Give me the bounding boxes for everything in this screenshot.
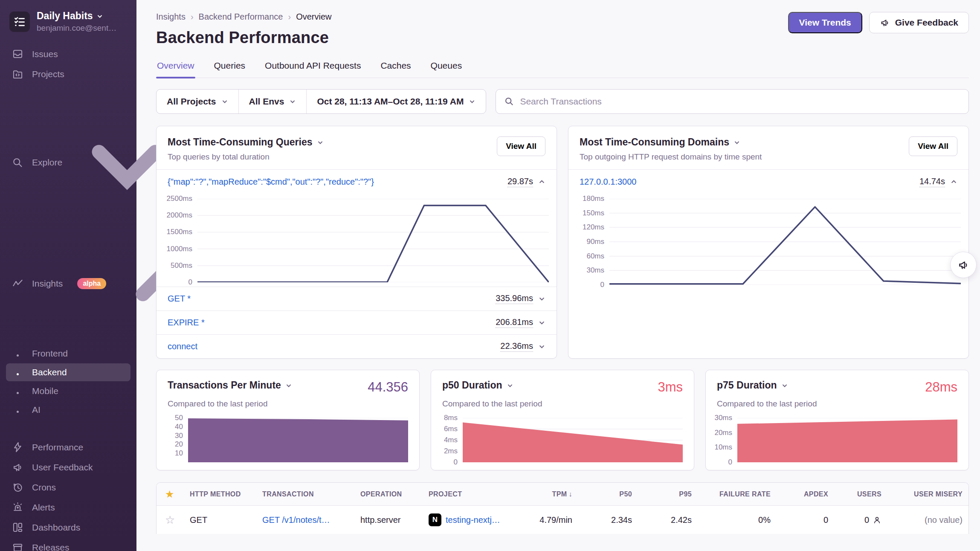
cell-project[interactable]: N testing-nextj… — [423, 513, 514, 526]
search-transactions-input[interactable] — [520, 96, 960, 107]
col-project[interactable]: PROJECT — [423, 490, 514, 498]
breadcrumb-backend-performance[interactable]: Backend Performance — [199, 12, 283, 22]
environment-filter-label: All Envs — [249, 96, 284, 107]
query-link[interactable]: GET * — [168, 294, 191, 304]
domains-view-all-button[interactable]: View All — [909, 136, 957, 156]
tab-caches[interactable]: Caches — [380, 59, 412, 78]
col-users[interactable]: USERS — [834, 490, 887, 498]
chevron-down-icon — [507, 382, 513, 389]
breadcrumb-insights[interactable]: Insights — [156, 12, 186, 22]
insights-icon — [12, 278, 23, 290]
siren-icon — [12, 502, 23, 513]
breadcrumb-current: Overview — [296, 12, 331, 22]
most-time-consuming-queries-panel: Most Time-Consuming Queries Top queries … — [156, 126, 557, 359]
query-link[interactable]: EXPIRE * — [168, 318, 205, 328]
give-feedback-label: Give Feedback — [895, 17, 958, 28]
col-tpm-sorted[interactable]: TPM↓ — [514, 490, 578, 498]
floating-feedback-button[interactable] — [950, 252, 977, 278]
star-filled-icon[interactable]: ★ — [157, 488, 184, 500]
star-outline-icon[interactable]: ☆ — [157, 513, 184, 527]
col-failure-rate[interactable]: FAILURE RATE — [698, 490, 777, 498]
clock-icon — [12, 481, 23, 493]
p75-value: 28ms — [925, 380, 957, 395]
domain-link[interactable]: 127.0.0.1:3000 — [580, 177, 636, 187]
sidebar-item-label: Mobile — [32, 386, 58, 396]
chevron-down-icon — [285, 382, 292, 389]
sidebar-item-dashboards[interactable]: Dashboards — [6, 518, 130, 537]
page-header: Insights › Backend Performance › Overvie… — [156, 12, 969, 47]
tab-queues[interactable]: Queues — [430, 59, 463, 78]
cell-users: 0 — [834, 515, 887, 525]
cell-apdex: 0 — [777, 515, 834, 525]
col-p95[interactable]: P95 — [638, 490, 698, 498]
chevron-down-icon[interactable] — [538, 295, 545, 302]
cell-transaction-link[interactable]: GET /v1/notes/t… — [256, 515, 354, 525]
sidebar-item-releases[interactable]: Releases — [6, 538, 130, 551]
domains-panel-title-row[interactable]: Most Time-Consuming Domains — [580, 136, 762, 148]
tab-overview[interactable]: Overview — [156, 59, 195, 78]
chevron-down-icon[interactable] — [538, 343, 545, 350]
sidebar-item-label: Performance — [32, 442, 83, 452]
date-range-filter[interactable]: Oct 28, 11:13 AM–Oct 28, 11:19 AM — [306, 90, 486, 113]
sidebar-item-user-feedback[interactable]: User Feedback — [6, 458, 130, 477]
p50-card-subtitle: Compared to the last period — [442, 399, 683, 409]
col-operation[interactable]: OPERATION — [354, 490, 423, 498]
p75-card-title-row[interactable]: p75 Duration — [717, 380, 788, 391]
sidebar-item-ai[interactable]: AI — [6, 401, 130, 419]
chevron-up-icon[interactable] — [538, 178, 545, 186]
sidebar-item-mobile[interactable]: Mobile — [6, 382, 130, 400]
sort-desc-icon: ↓ — [569, 490, 572, 498]
col-tpm-label: TPM — [552, 490, 567, 498]
org-switcher[interactable]: Daily Habits benjamin.coe@sent… — [0, 10, 136, 44]
main-content: Insights › Backend Performance › Overvie… — [136, 0, 980, 551]
chevron-down-icon — [221, 98, 228, 105]
p75-duration-card: p75 Duration 28ms Compared to the last p… — [705, 370, 969, 470]
sidebar-item-insights[interactable]: Insights alpha — [6, 223, 130, 344]
chevron-up-icon[interactable] — [950, 178, 957, 186]
environment-filter[interactable]: All Envs — [238, 90, 307, 113]
dashboard-grid-icon — [12, 522, 23, 533]
org-logo — [9, 12, 30, 32]
sidebar-item-performance[interactable]: Performance — [6, 438, 130, 457]
user-icon — [873, 516, 881, 525]
chevron-down-icon — [734, 139, 740, 146]
tpm-card-title-row[interactable]: Transactions Per Minute — [168, 380, 292, 391]
sidebar-item-alerts[interactable]: Alerts — [6, 498, 130, 517]
sidebar-item-issues[interactable]: Issues — [6, 44, 130, 64]
sidebar-item-frontend[interactable]: Frontend — [6, 345, 130, 362]
sidebar: Daily Habits benjamin.coe@sent… Issues P… — [0, 0, 136, 551]
col-user-misery[interactable]: USER MISERY — [887, 490, 968, 498]
p50-card-title-row[interactable]: p50 Duration — [442, 380, 513, 391]
sidebar-item-explore[interactable]: Explore — [6, 102, 130, 223]
sidebar-item-projects[interactable]: Projects — [6, 64, 130, 84]
sidebar-item-crons[interactable]: Crons — [6, 478, 130, 497]
chevron-down-icon — [96, 13, 103, 20]
domains-panel-subtitle: Top outgoing HTTP request domains by tim… — [580, 152, 762, 162]
view-trends-button[interactable]: View Trends — [788, 12, 862, 33]
chevron-down-icon[interactable] — [538, 319, 545, 326]
col-transaction[interactable]: TRANSACTION — [256, 490, 354, 498]
give-feedback-button[interactable]: Give Feedback — [869, 12, 969, 33]
queries-panel-title-row[interactable]: Most Time-Consuming Queries — [168, 136, 324, 148]
tab-outbound-api-requests[interactable]: Outbound API Requests — [264, 59, 362, 78]
queries-panel-subtitle: Top queries by total duration — [168, 152, 324, 162]
query-link[interactable]: {"map":"?","mapReduce":"$cmd","out":"?",… — [168, 177, 374, 187]
col-http-method[interactable]: HTTP METHOD — [184, 490, 256, 498]
cell-operation: http.server — [354, 515, 423, 525]
chevron-down-icon — [469, 98, 476, 105]
tab-queries[interactable]: Queries — [213, 59, 246, 78]
project-filter-label: All Projects — [167, 96, 216, 107]
query-row: EXPIRE * 206.81ms — [157, 310, 557, 334]
col-apdex[interactable]: APDEX — [777, 490, 834, 498]
project-filter[interactable]: All Projects — [157, 90, 238, 113]
sidebar-item-backend[interactable]: Backend — [6, 363, 130, 381]
megaphone-icon — [880, 17, 890, 28]
query-link[interactable]: connect — [168, 342, 197, 351]
project-link[interactable]: testing-nextj… — [446, 515, 500, 525]
domains-duration-chart: 180ms150ms120ms90ms60ms30ms0 — [573, 199, 961, 285]
col-p50[interactable]: P50 — [578, 490, 638, 498]
lightning-icon — [12, 441, 23, 453]
tpm-card-subtitle: Compared to the last period — [168, 399, 408, 409]
queries-view-all-button[interactable]: View All — [497, 136, 545, 156]
bullet-icon — [12, 386, 23, 396]
